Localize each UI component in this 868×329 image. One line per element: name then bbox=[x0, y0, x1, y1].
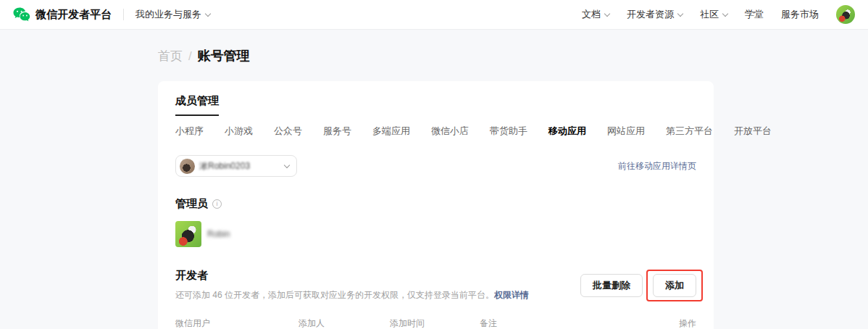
tab-commerce-assistant[interactable]: 带货助手 bbox=[490, 125, 527, 138]
table-header-row: 微信用户 添加人 添加时间 备注 操作 bbox=[175, 317, 696, 329]
add-button[interactable]: 添加 bbox=[653, 274, 696, 297]
tab-official-account[interactable]: 公众号 bbox=[274, 125, 302, 138]
developer-table: 微信用户 添加人 添加时间 备注 操作 Robin Robin 2025-07-… bbox=[175, 317, 696, 329]
tab-multi-platform-app[interactable]: 多端应用 bbox=[372, 125, 410, 138]
admin-name: Robin bbox=[207, 229, 230, 239]
tab-mini-program[interactable]: 小程序 bbox=[175, 125, 204, 138]
app-type-tabs: 小程序 小游戏 公众号 服务号 多端应用 微信小店 带货助手 移动应用 网站应用… bbox=[175, 125, 696, 138]
mobile-app-detail-link[interactable]: 前往移动应用详情页 bbox=[618, 160, 696, 172]
tab-wechat-store[interactable]: 微信小店 bbox=[431, 125, 469, 138]
developer-description: 还可添加 46 位开发者，添加后可获取对应业务的开发权限，仅支持登录当前平台。权… bbox=[175, 289, 529, 301]
account-select-value: 湫Robin0203 bbox=[199, 160, 280, 172]
admin-member: Robin bbox=[175, 221, 696, 247]
page-title: 账号管理 bbox=[198, 47, 250, 64]
tab-third-party-platform[interactable]: 第三方平台 bbox=[666, 125, 713, 138]
chevron-down-icon bbox=[722, 10, 728, 16]
card-title: 成员管理 bbox=[175, 94, 219, 116]
top-header: 微信开发者平台 我的业务与服务 文档 开发者资源 社区 学堂 服务市场 bbox=[0, 0, 868, 29]
tab-open-platform[interactable]: 开放平台 bbox=[734, 125, 772, 138]
breadcrumb: 首页 / 账号管理 bbox=[158, 47, 714, 64]
info-icon[interactable]: i bbox=[212, 199, 222, 209]
col-action: 操作 bbox=[653, 317, 696, 329]
tab-website-app[interactable]: 网站应用 bbox=[607, 125, 645, 138]
tab-mini-game[interactable]: 小游戏 bbox=[225, 125, 253, 138]
brand[interactable]: 微信开发者平台 bbox=[13, 7, 112, 22]
nav-developer-resources[interactable]: 开发者资源 bbox=[627, 8, 683, 21]
account-select[interactable]: 湫Robin0203 bbox=[175, 155, 297, 177]
chevron-down-icon bbox=[677, 10, 683, 16]
nav-service-market[interactable]: 服务市场 bbox=[781, 8, 819, 21]
member-management-card: 成员管理 小程序 小游戏 公众号 服务号 多端应用 微信小店 带货助手 移动应用… bbox=[158, 81, 714, 329]
nav-community[interactable]: 社区 bbox=[700, 8, 727, 21]
nav-docs[interactable]: 文档 bbox=[582, 8, 609, 21]
chevron-down-icon bbox=[284, 162, 290, 167]
developer-section-title: 开发者 bbox=[175, 269, 208, 283]
col-note: 备注 bbox=[480, 317, 653, 329]
nav-academy[interactable]: 学堂 bbox=[745, 8, 764, 21]
breadcrumb-separator: / bbox=[188, 49, 192, 64]
permission-detail-link[interactable]: 权限详情 bbox=[494, 290, 529, 300]
chevron-down-icon bbox=[205, 10, 211, 16]
chevron-down-icon bbox=[604, 10, 610, 16]
breadcrumb-home[interactable]: 首页 bbox=[158, 48, 183, 64]
user-avatar[interactable] bbox=[836, 5, 855, 24]
header-divider bbox=[123, 9, 124, 20]
admin-avatar bbox=[175, 221, 201, 247]
col-added-by: 添加人 bbox=[299, 317, 390, 329]
tab-mobile-app[interactable]: 移动应用 bbox=[548, 125, 586, 138]
tab-service-account[interactable]: 服务号 bbox=[323, 125, 351, 138]
admin-section-title: 管理员 bbox=[175, 197, 208, 211]
brand-title: 微信开发者平台 bbox=[36, 8, 112, 22]
wechat-logo-icon bbox=[13, 7, 30, 22]
col-added-time: 添加时间 bbox=[390, 317, 480, 329]
account-avatar bbox=[180, 159, 195, 174]
batch-delete-button[interactable]: 批量删除 bbox=[580, 274, 643, 297]
nav-my-business[interactable]: 我的业务与服务 bbox=[135, 8, 210, 21]
col-wechat-user: 微信用户 bbox=[175, 317, 299, 329]
